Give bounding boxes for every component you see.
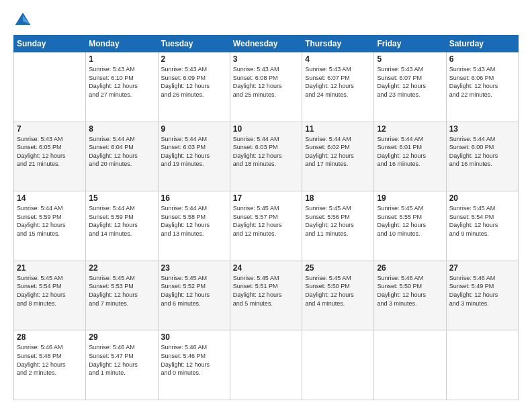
day-info: Sunrise: 5:44 AM Sunset: 5:59 PM Dayligh… <box>17 204 83 238</box>
day-info: Sunrise: 5:43 AM Sunset: 6:07 PM Dayligh… <box>377 65 443 99</box>
day-info: Sunrise: 5:45 AM Sunset: 5:50 PM Dayligh… <box>305 274 371 308</box>
day-info: Sunrise: 5:44 AM Sunset: 5:59 PM Dayligh… <box>89 204 154 238</box>
day-number: 18 <box>305 193 371 203</box>
day-number: 8 <box>89 124 154 134</box>
calendar-cell: 18Sunrise: 5:45 AM Sunset: 5:56 PM Dayli… <box>302 191 374 261</box>
day-info: Sunrise: 5:46 AM Sunset: 5:46 PM Dayligh… <box>161 343 227 377</box>
calendar-header-row: SundayMondayTuesdayWednesdayThursdayFrid… <box>14 36 519 52</box>
day-info: Sunrise: 5:44 AM Sunset: 6:04 PM Dayligh… <box>89 135 154 169</box>
day-header-tuesday: Tuesday <box>158 36 230 52</box>
day-number: 2 <box>161 54 227 64</box>
calendar-cell: 15Sunrise: 5:44 AM Sunset: 5:59 PM Dayli… <box>86 191 158 261</box>
day-number: 17 <box>233 193 299 203</box>
day-number: 11 <box>305 124 371 134</box>
calendar-cell: 23Sunrise: 5:45 AM Sunset: 5:52 PM Dayli… <box>158 261 230 330</box>
day-header-thursday: Thursday <box>302 36 374 52</box>
calendar-cell: 1Sunrise: 5:43 AM Sunset: 6:10 PM Daylig… <box>86 52 158 122</box>
day-number: 6 <box>449 54 515 64</box>
day-info: Sunrise: 5:46 AM Sunset: 5:49 PM Dayligh… <box>449 274 515 308</box>
day-info: Sunrise: 5:43 AM Sunset: 6:10 PM Dayligh… <box>89 65 154 99</box>
calendar-cell: 20Sunrise: 5:45 AM Sunset: 5:54 PM Dayli… <box>446 191 518 261</box>
day-header-wednesday: Wednesday <box>230 36 302 52</box>
day-info: Sunrise: 5:45 AM Sunset: 5:55 PM Dayligh… <box>377 204 443 238</box>
day-info: Sunrise: 5:45 AM Sunset: 5:54 PM Dayligh… <box>17 274 83 308</box>
day-info: Sunrise: 5:44 AM Sunset: 6:00 PM Dayligh… <box>449 135 515 169</box>
calendar-cell: 4Sunrise: 5:43 AM Sunset: 6:07 PM Daylig… <box>302 52 374 122</box>
calendar-cell: 30Sunrise: 5:46 AM Sunset: 5:46 PM Dayli… <box>158 330 230 400</box>
calendar-cell: 26Sunrise: 5:46 AM Sunset: 5:50 PM Dayli… <box>374 261 446 330</box>
day-info: Sunrise: 5:44 AM Sunset: 6:02 PM Dayligh… <box>305 135 371 169</box>
calendar-cell: 12Sunrise: 5:44 AM Sunset: 6:01 PM Dayli… <box>374 122 446 191</box>
day-info: Sunrise: 5:45 AM Sunset: 5:53 PM Dayligh… <box>89 274 154 308</box>
day-header-friday: Friday <box>374 36 446 52</box>
calendar-cell: 11Sunrise: 5:44 AM Sunset: 6:02 PM Dayli… <box>302 122 374 191</box>
day-number: 5 <box>377 54 443 64</box>
calendar-cell: 14Sunrise: 5:44 AM Sunset: 5:59 PM Dayli… <box>14 191 86 261</box>
day-info: Sunrise: 5:46 AM Sunset: 5:50 PM Dayligh… <box>377 274 443 308</box>
day-number: 7 <box>17 124 83 134</box>
week-row-0: 1Sunrise: 5:43 AM Sunset: 6:10 PM Daylig… <box>14 52 519 122</box>
day-number: 4 <box>305 54 371 64</box>
day-number: 16 <box>161 193 227 203</box>
day-number: 30 <box>161 332 227 342</box>
calendar-cell: 27Sunrise: 5:46 AM Sunset: 5:49 PM Dayli… <box>446 261 518 330</box>
day-number: 26 <box>377 263 443 273</box>
calendar-cell: 2Sunrise: 5:43 AM Sunset: 6:09 PM Daylig… <box>158 52 230 122</box>
calendar-cell: 3Sunrise: 5:43 AM Sunset: 6:08 PM Daylig… <box>230 52 302 122</box>
day-number: 3 <box>233 54 299 64</box>
week-row-1: 7Sunrise: 5:43 AM Sunset: 6:05 PM Daylig… <box>14 122 519 191</box>
day-info: Sunrise: 5:43 AM Sunset: 6:06 PM Dayligh… <box>449 65 515 99</box>
day-number: 20 <box>449 193 515 203</box>
day-number: 29 <box>89 332 154 342</box>
header <box>13 11 519 30</box>
day-number: 23 <box>161 263 227 273</box>
calendar-cell <box>302 330 374 400</box>
day-info: Sunrise: 5:44 AM Sunset: 6:03 PM Dayligh… <box>161 135 227 169</box>
calendar-cell: 28Sunrise: 5:46 AM Sunset: 5:48 PM Dayli… <box>14 330 86 400</box>
calendar-cell <box>14 52 86 122</box>
calendar-table: SundayMondayTuesdayWednesdayThursdayFrid… <box>13 35 519 400</box>
calendar-cell: 29Sunrise: 5:46 AM Sunset: 5:47 PM Dayli… <box>86 330 158 400</box>
calendar-cell: 16Sunrise: 5:44 AM Sunset: 5:58 PM Dayli… <box>158 191 230 261</box>
day-info: Sunrise: 5:45 AM Sunset: 5:52 PM Dayligh… <box>161 274 227 308</box>
calendar-cell <box>230 330 302 400</box>
page: SundayMondayTuesdayWednesdayThursdayFrid… <box>0 0 532 411</box>
week-row-3: 21Sunrise: 5:45 AM Sunset: 5:54 PM Dayli… <box>14 261 519 330</box>
day-number: 22 <box>89 263 154 273</box>
calendar-cell: 6Sunrise: 5:43 AM Sunset: 6:06 PM Daylig… <box>446 52 518 122</box>
day-number: 25 <box>305 263 371 273</box>
calendar-cell: 24Sunrise: 5:45 AM Sunset: 5:51 PM Dayli… <box>230 261 302 330</box>
day-header-sunday: Sunday <box>14 36 86 52</box>
day-info: Sunrise: 5:44 AM Sunset: 6:03 PM Dayligh… <box>233 135 299 169</box>
calendar-cell <box>374 330 446 400</box>
calendar-cell: 8Sunrise: 5:44 AM Sunset: 6:04 PM Daylig… <box>86 122 158 191</box>
day-number: 15 <box>89 193 154 203</box>
calendar-cell: 5Sunrise: 5:43 AM Sunset: 6:07 PM Daylig… <box>374 52 446 122</box>
day-number: 13 <box>449 124 515 134</box>
day-number: 24 <box>233 263 299 273</box>
day-number: 1 <box>89 54 154 64</box>
day-number: 28 <box>17 332 83 342</box>
day-number: 12 <box>377 124 443 134</box>
day-info: Sunrise: 5:46 AM Sunset: 5:47 PM Dayligh… <box>89 343 154 377</box>
day-number: 14 <box>17 193 83 203</box>
day-info: Sunrise: 5:43 AM Sunset: 6:09 PM Dayligh… <box>161 65 227 99</box>
calendar-cell: 22Sunrise: 5:45 AM Sunset: 5:53 PM Dayli… <box>86 261 158 330</box>
day-info: Sunrise: 5:43 AM Sunset: 6:05 PM Dayligh… <box>17 135 83 169</box>
day-number: 27 <box>449 263 515 273</box>
week-row-2: 14Sunrise: 5:44 AM Sunset: 5:59 PM Dayli… <box>14 191 519 261</box>
day-number: 10 <box>233 124 299 134</box>
day-info: Sunrise: 5:43 AM Sunset: 6:08 PM Dayligh… <box>233 65 299 99</box>
calendar-cell: 19Sunrise: 5:45 AM Sunset: 5:55 PM Dayli… <box>374 191 446 261</box>
calendar-cell <box>446 330 518 400</box>
calendar-cell: 13Sunrise: 5:44 AM Sunset: 6:00 PM Dayli… <box>446 122 518 191</box>
day-info: Sunrise: 5:44 AM Sunset: 5:58 PM Dayligh… <box>161 204 227 238</box>
day-info: Sunrise: 5:43 AM Sunset: 6:07 PM Dayligh… <box>305 65 371 99</box>
day-info: Sunrise: 5:46 AM Sunset: 5:48 PM Dayligh… <box>17 343 83 377</box>
calendar-cell: 7Sunrise: 5:43 AM Sunset: 6:05 PM Daylig… <box>14 122 86 191</box>
week-row-4: 28Sunrise: 5:46 AM Sunset: 5:48 PM Dayli… <box>14 330 519 400</box>
logo-icon <box>13 11 32 30</box>
day-number: 9 <box>161 124 227 134</box>
calendar-cell: 25Sunrise: 5:45 AM Sunset: 5:50 PM Dayli… <box>302 261 374 330</box>
day-number: 21 <box>17 263 83 273</box>
